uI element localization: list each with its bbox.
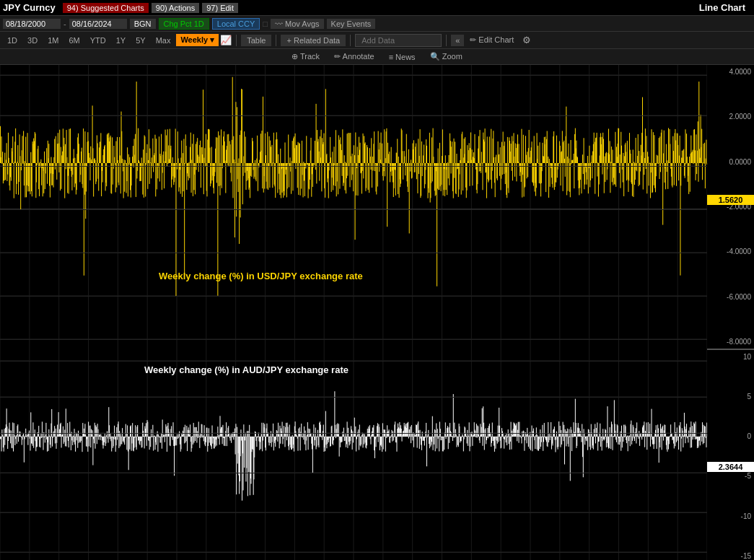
y-label: 4.0000	[710, 68, 751, 76]
annotate-button[interactable]: ✏ Annotate	[330, 51, 379, 62]
vertical-divider4	[446, 35, 447, 46]
related-data-button[interactable]: + Related Data	[281, 35, 346, 46]
chg-pct-button[interactable]: Chg Pct 1D	[159, 18, 209, 30]
period-ytd[interactable]: YTD	[86, 35, 110, 46]
line-icon: 〰	[275, 19, 283, 28]
grid-line	[0, 397, 707, 398]
currency-button[interactable]: Local CCY	[212, 18, 260, 30]
y-label: -5	[710, 472, 751, 480]
gear-button[interactable]: ⚙	[520, 33, 534, 47]
table-button[interactable]: Table	[241, 35, 271, 46]
grid-line	[0, 75, 707, 76]
edit-chart-button[interactable]: ✏ Edit Chart	[465, 34, 518, 46]
date-separator: -	[63, 19, 66, 28]
y-label: 2.0000	[710, 113, 751, 121]
collapse-button[interactable]: «	[451, 35, 464, 46]
period-weekly[interactable]: Weekly ▾	[176, 34, 219, 46]
y-label: -6.0000	[710, 293, 751, 301]
period-1m[interactable]: 1M	[43, 35, 63, 46]
zoom-icon: 🔍	[430, 52, 440, 61]
actions-button[interactable]: 90) Actions	[152, 3, 199, 13]
chart-title: JPY Curncy	[3, 2, 56, 13]
chart-type-label: Line Chart	[699, 2, 751, 13]
y-label: -4.0000	[710, 248, 751, 255]
vertical-divider	[236, 35, 237, 46]
controls-bar: - BGN Chg Pct 1D Local CCY □ 〰 Mov Avgs …	[0, 16, 754, 32]
suggested-charts-button[interactable]: 94) Suggested Charts	[63, 3, 149, 13]
grid-line	[0, 433, 707, 434]
bottom-chart: 10 5 0 -5 -10 -15 -20 2.3644 Weekly chan…	[0, 350, 754, 560]
vertical-divider3	[350, 35, 351, 46]
crosshair-icon: ⊕	[291, 52, 298, 61]
track-button[interactable]: ⊕ Track	[287, 51, 324, 62]
top-chart: 4.0000 2.0000 0.0000 -2.0000 -4.0000 -6.…	[0, 65, 754, 350]
vertical-divider2	[276, 35, 276, 46]
edit-button[interactable]: 97) Edit	[202, 3, 238, 13]
timeperiod-bar: 1D 3D 1M 6M YTD 1Y 5Y Max Weekly ▾ 📈 Tab…	[0, 32, 754, 49]
chart-container: 4.0000 2.0000 0.0000 -2.0000 -4.0000 -6.…	[0, 65, 754, 560]
action-bar: ⊕ Track ✏ Annotate ≡ News 🔍 Zoom	[0, 49, 754, 65]
key-events-button[interactable]: Key Events	[327, 19, 376, 29]
period-1d[interactable]: 1D	[3, 35, 22, 46]
mov-avgs-button[interactable]: 〰 Mov Avgs	[271, 19, 324, 29]
top-chart-y-axis: 4.0000 2.0000 0.0000 -2.0000 -4.0000 -6.…	[707, 65, 754, 349]
source-button[interactable]: BGN	[130, 19, 156, 29]
y-label: -8.0000	[710, 338, 751, 346]
chart-icon: 📈	[220, 35, 232, 45]
news-button[interactable]: ≡ News	[385, 52, 420, 62]
title-bar: JPY Curncy 94) Suggested Charts 90) Acti…	[0, 0, 754, 16]
y-label: -15	[710, 552, 751, 560]
grid-line	[0, 166, 707, 167]
bottom-chart-price-tag: 2.3644	[707, 462, 754, 472]
grid-line	[0, 361, 707, 362]
grid-line	[0, 552, 707, 553]
y-label: 5	[710, 393, 751, 401]
grid-line	[0, 339, 707, 340]
pencil-icon: ✏	[334, 52, 341, 61]
date-to-input[interactable]	[69, 19, 127, 29]
top-chart-price-tag: 1.5620	[707, 195, 754, 205]
y-label: 0.0000	[710, 158, 751, 166]
grid-line	[0, 209, 707, 210]
grid-line	[0, 115, 707, 116]
bottom-chart-y-axis: 10 5 0 -5 -10 -15 -20	[707, 350, 754, 560]
period-max[interactable]: Max	[152, 35, 175, 46]
grid-line	[0, 512, 707, 513]
grid-line	[0, 473, 707, 473]
date-from-input[interactable]	[3, 19, 61, 29]
period-5y[interactable]: 5Y	[131, 35, 149, 46]
zoom-button[interactable]: 🔍 Zoom	[426, 51, 467, 62]
y-label: 10	[710, 353, 751, 361]
grid-line	[0, 296, 707, 297]
period-1y[interactable]: 1Y	[112, 35, 130, 46]
grid-line	[0, 253, 707, 253]
y-label: 0	[710, 432, 751, 440]
period-6m[interactable]: 6M	[64, 35, 84, 46]
y-label: -10	[710, 512, 751, 520]
add-data-input[interactable]	[355, 34, 442, 47]
newspaper-icon: ≡	[389, 53, 393, 61]
period-3d[interactable]: 3D	[23, 35, 42, 46]
